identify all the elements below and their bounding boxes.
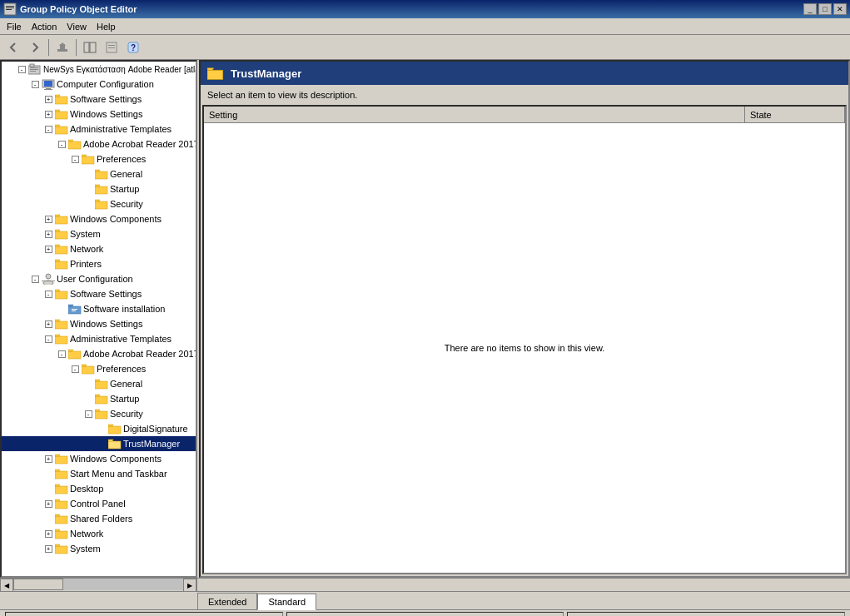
scroll-left-btn[interactable]: ◀: [0, 579, 13, 592]
expand-box[interactable]: -: [32, 81, 39, 88]
expander[interactable]: -: [42, 122, 55, 136]
expander[interactable]: +: [42, 497, 55, 510]
help-button[interactable]: ?: [123, 37, 143, 57]
expand-box[interactable]: -: [45, 291, 52, 298]
expand-box[interactable]: +: [45, 500, 52, 508]
startup-uc-item[interactable]: Startup: [2, 391, 196, 406]
expand-box[interactable]: -: [72, 365, 79, 373]
expand-box[interactable]: +: [45, 111, 52, 118]
expander[interactable]: +: [42, 527, 55, 540]
user-config-item[interactable]: - User Configuration: [2, 271, 196, 286]
expand-box[interactable]: -: [85, 410, 92, 418]
expander[interactable]: -: [68, 152, 82, 166]
security-uc-item[interactable]: - Security: [2, 406, 196, 421]
expander[interactable]: +: [42, 212, 55, 226]
windows-settings-cc-item[interactable]: + Windows Settings: [2, 107, 196, 122]
control-panel-uc-item[interactable]: + Control Panel: [2, 496, 196, 511]
adobe-reader-cc-item[interactable]: - Adobe Acrobat Reader 2017: [2, 137, 196, 152]
menu-view[interactable]: View: [62, 20, 92, 33]
digital-sig-uc-item[interactable]: DigitalSignature: [2, 421, 196, 436]
expand-box[interactable]: -: [32, 276, 39, 283]
system-uc-item[interactable]: + System: [2, 541, 196, 556]
expander[interactable]: +: [42, 92, 55, 106]
expand-box[interactable]: -: [72, 156, 79, 163]
desktop-uc-item[interactable]: Desktop: [2, 481, 196, 496]
expander[interactable]: +: [42, 242, 55, 256]
expander[interactable]: +: [42, 452, 55, 465]
menu-file[interactable]: File: [2, 20, 27, 33]
security-cc-item[interactable]: Security: [2, 196, 196, 211]
preferences-uc-item[interactable]: - Preferences: [2, 361, 196, 376]
folder-icon: [95, 168, 108, 180]
menu-action[interactable]: Action: [27, 20, 62, 33]
expander[interactable]: -: [42, 287, 55, 301]
back-button[interactable]: [3, 37, 23, 57]
expand-box[interactable]: -: [45, 335, 52, 343]
expand-box[interactable]: +: [45, 216, 52, 223]
expander-empty: [82, 392, 95, 405]
system-cc-item[interactable]: + System: [2, 226, 196, 241]
close-button[interactable]: ✕: [833, 3, 847, 15]
windows-components-cc-item[interactable]: + Windows Components: [2, 211, 196, 226]
expander[interactable]: -: [82, 407, 95, 420]
expander[interactable]: -: [55, 137, 68, 151]
network-cc-item[interactable]: + Network: [2, 241, 196, 256]
tab-extended[interactable]: Extended: [197, 593, 257, 609]
printers-cc-item[interactable]: Printers: [2, 256, 196, 271]
scroll-thumb[interactable]: [13, 579, 63, 590]
expand-box[interactable]: -: [58, 141, 66, 148]
up-button[interactable]: [52, 37, 72, 57]
root-expander[interactable]: -: [15, 62, 28, 76]
startup-cc-item[interactable]: Startup: [2, 181, 196, 196]
admin-templates-cc-item[interactable]: - Administrative Templates: [2, 122, 196, 137]
expander[interactable]: -: [55, 347, 68, 360]
trust-manager-uc-item[interactable]: TrustManager: [2, 436, 196, 451]
expand-box[interactable]: +: [45, 96, 52, 103]
tab-standard[interactable]: Standard: [257, 594, 316, 610]
expander[interactable]: +: [42, 542, 55, 555]
software-settings-cc-item[interactable]: + Software Settings: [2, 92, 196, 107]
minimize-button[interactable]: _: [803, 3, 817, 15]
expand-box[interactable]: +: [45, 320, 52, 328]
restore-button[interactable]: □: [818, 3, 832, 15]
tree-hscroll[interactable]: ◀ ▶: [0, 579, 197, 591]
computer-config-item[interactable]: - Computer Configuration: [2, 77, 196, 92]
scroll-track[interactable]: [13, 579, 183, 590]
software-install-uc-item[interactable]: Software installation: [2, 301, 196, 316]
windows-settings-uc-item[interactable]: + Windows Settings: [2, 316, 196, 331]
software-settings-uc-item[interactable]: - Software Settings: [2, 286, 196, 301]
expand-box[interactable]: +: [45, 231, 52, 238]
expander[interactable]: -: [42, 332, 55, 345]
window-controls[interactable]: _ □ ✕: [803, 3, 847, 15]
expander[interactable]: +: [42, 107, 55, 121]
windows-components-uc-item[interactable]: + Windows Components: [2, 451, 196, 466]
general-cc-item[interactable]: General: [2, 166, 196, 181]
network-uc-item[interactable]: + Network: [2, 526, 196, 541]
expand-box[interactable]: +: [45, 530, 52, 538]
start-menu-uc-item[interactable]: Start Menu and Taskbar: [2, 466, 196, 481]
forward-button[interactable]: [25, 37, 45, 57]
expand-box[interactable]: -: [18, 66, 26, 73]
folder-icon: [55, 258, 68, 270]
expander[interactable]: -: [28, 77, 42, 91]
scroll-right-btn[interactable]: ▶: [183, 579, 196, 592]
expand-box[interactable]: -: [45, 126, 52, 133]
expand-box[interactable]: +: [45, 246, 52, 253]
expand-box[interactable]: +: [45, 545, 52, 553]
shared-folders-uc-item[interactable]: Shared Folders: [2, 511, 196, 526]
show-hide-button[interactable]: [80, 37, 100, 57]
admin-templates-uc-item[interactable]: - Administrative Templates: [2, 331, 196, 346]
general-uc-item[interactable]: General: [2, 376, 196, 391]
expander[interactable]: +: [42, 227, 55, 241]
adobe-reader-uc-item[interactable]: - Adobe Acrobat Reader 2017: [2, 346, 196, 361]
expand-box[interactable]: -: [58, 350, 66, 358]
expander[interactable]: -: [28, 272, 42, 286]
tree-pane[interactable]: - NewSys Εγκατάσταση Adobe Reader [atlas…: [0, 60, 197, 578]
preferences-cc-item[interactable]: - Preferences: [2, 152, 196, 166]
properties-button[interactable]: [102, 37, 122, 57]
expander[interactable]: -: [68, 362, 82, 375]
expander[interactable]: +: [42, 317, 55, 330]
menu-help[interactable]: Help: [92, 20, 121, 33]
expand-box[interactable]: +: [45, 455, 52, 463]
tree-root[interactable]: - NewSys Εγκατάσταση Adobe Reader [atlas…: [2, 62, 196, 77]
